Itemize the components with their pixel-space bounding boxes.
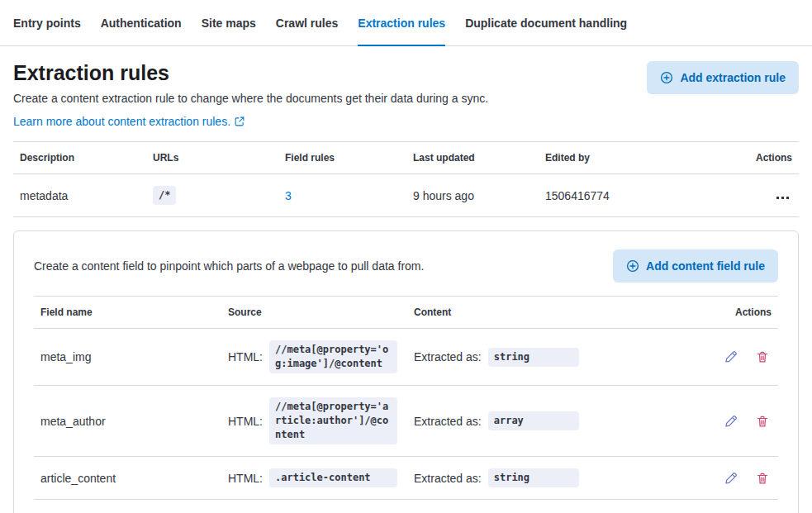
tab-extraction-rules[interactable]: Extraction rules <box>358 0 445 45</box>
extracted-as-chip: array <box>488 411 579 430</box>
trash-icon <box>756 415 769 428</box>
table-row: meta_img HTML: //meta[@property='og:imag… <box>34 329 778 386</box>
tab-crawl-rules[interactable]: Crawl rules <box>276 0 338 45</box>
delete-field-rule-button[interactable] <box>753 348 772 366</box>
add-content-field-rule-button[interactable]: Add content field rule <box>613 249 778 283</box>
rule-last-updated: 9 hours ago <box>406 174 539 217</box>
table-row: metadata /* 3 9 hours ago 1506416774 <box>13 174 799 217</box>
col-header-last-updated: Last updated <box>406 142 539 174</box>
extracted-as-label: Extracted as: <box>414 350 482 363</box>
rule-urls-chip: /* <box>153 186 176 205</box>
extracted-as-label: Extracted as: <box>414 472 482 485</box>
page-title: Extraction rules <box>13 61 488 85</box>
plus-in-circle-icon <box>626 259 639 273</box>
tab-duplicate-document-handling[interactable]: Duplicate document handling <box>465 0 627 45</box>
learn-more-link[interactable]: Learn more about content extraction rule… <box>13 115 245 128</box>
pencil-icon <box>724 350 738 363</box>
add-extraction-rule-button[interactable]: Add extraction rule <box>647 61 799 94</box>
rule-description: metadata <box>13 174 146 217</box>
extracted-as-chip: string <box>488 348 579 367</box>
source-selector-chip: //meta[@property='og:image']/@content <box>269 340 397 373</box>
source-selector-chip: .article-content <box>269 468 397 487</box>
pencil-icon <box>724 472 738 485</box>
source-type-label: HTML: <box>228 415 263 428</box>
external-link-icon <box>235 116 245 126</box>
col-header-actions: Actions <box>667 297 778 329</box>
field-name: meta_author <box>34 386 221 457</box>
page-header: Extraction rules Create a content extrac… <box>13 61 799 128</box>
col-header-urls: URLs <box>146 142 278 174</box>
panel-intro-text: Create a content field to pinpoint which… <box>34 259 424 273</box>
extracted-as-chip: string <box>488 468 579 487</box>
table-row: article_content HTML: .article-content E… <box>34 457 778 500</box>
delete-field-rule-button[interactable] <box>753 412 772 430</box>
content-field-rules-panel: Create a content field to pinpoint which… <box>13 230 799 513</box>
content-field-rules-table: Field name Source Content Actions meta_i… <box>34 296 778 500</box>
col-header-source: Source <box>221 297 407 329</box>
pencil-icon <box>724 415 738 428</box>
source-selector-chip: //meta[@property='article:author']/@cont… <box>269 397 397 444</box>
edit-field-rule-button[interactable] <box>722 469 740 487</box>
crawler-config-tabs: Entry points Authentication Site maps Cr… <box>0 0 812 46</box>
learn-more-link-label: Learn more about content extraction rule… <box>13 115 230 128</box>
row-actions-menu-button[interactable] <box>773 193 792 202</box>
col-header-content: Content <box>407 297 667 329</box>
source-type-label: HTML: <box>228 472 263 485</box>
extracted-as-label: Extracted as: <box>414 415 482 428</box>
page-subtitle: Create a content extraction rule to chan… <box>13 92 488 105</box>
trash-icon <box>756 350 769 363</box>
col-header-field-name: Field name <box>34 297 221 329</box>
col-header-description: Description <box>13 142 146 174</box>
add-content-field-rule-label: Add content field rule <box>646 259 765 273</box>
tab-entry-points[interactable]: Entry points <box>13 0 81 45</box>
field-rules-count-link[interactable]: 3 <box>285 189 292 202</box>
source-type-label: HTML: <box>228 350 263 363</box>
col-header-edited-by: Edited by <box>539 142 733 174</box>
plus-in-circle-icon <box>660 71 673 84</box>
tab-site-maps[interactable]: Site maps <box>202 0 256 45</box>
rule-edited-by: 1506416774 <box>539 174 733 217</box>
delete-field-rule-button[interactable] <box>753 469 772 487</box>
col-header-field-rules: Field rules <box>278 142 406 174</box>
table-row: meta_author HTML: //meta[@property='arti… <box>34 386 778 457</box>
edit-field-rule-button[interactable] <box>722 412 740 430</box>
tab-authentication[interactable]: Authentication <box>101 0 182 45</box>
col-header-actions: Actions <box>733 142 799 174</box>
trash-icon <box>756 472 769 485</box>
field-name: article_content <box>34 457 221 500</box>
edit-field-rule-button[interactable] <box>722 348 740 366</box>
extraction-rules-table: Description URLs Field rules Last update… <box>13 141 799 217</box>
field-name: meta_img <box>34 329 221 386</box>
boxes-horizontal-icon <box>776 197 779 199</box>
add-extraction-rule-label: Add extraction rule <box>680 71 786 84</box>
